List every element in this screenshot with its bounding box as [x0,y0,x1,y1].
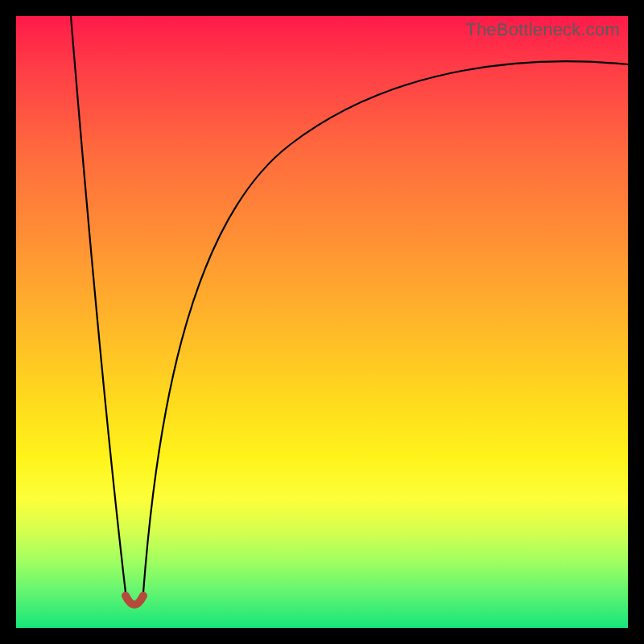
minimum-marker [126,596,143,605]
curve-right [143,61,628,592]
chart-plot-area: TheBottleneck.com [16,16,628,628]
curve-left [71,16,126,592]
bottleneck-curve [16,16,628,628]
